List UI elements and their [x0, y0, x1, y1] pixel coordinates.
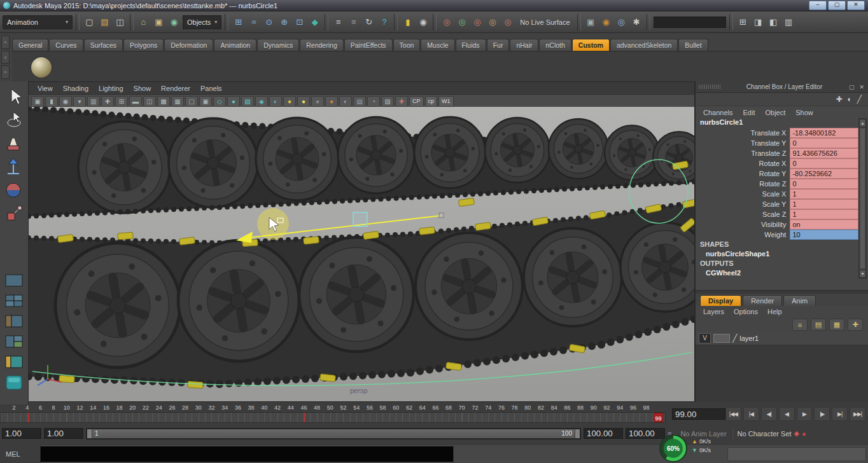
step-back-key-button[interactable]: |◀ [743, 407, 759, 421]
shelf-tab-toon[interactable]: Toon [393, 39, 421, 51]
channel-label[interactable]: Translate Z [696, 149, 790, 157]
go-to-start-button[interactable]: |◀◀ [725, 407, 741, 421]
command-line-mode-button[interactable]: MEL [0, 445, 41, 463]
channel-value-field[interactable]: 10 [790, 230, 858, 240]
channel-box-menu-show[interactable]: Show [795, 109, 813, 116]
character-set-selector[interactable]: No Character Set [738, 430, 792, 438]
move-tool[interactable] [3, 156, 25, 177]
construction-history-toggle-icon[interactable]: ↻ [362, 15, 375, 29]
playback-end-field[interactable] [626, 428, 665, 439]
gate-mask-icon[interactable]: ▩ [157, 96, 170, 107]
coordinate-input[interactable] [654, 17, 726, 28]
shelf-tab-fur[interactable]: Fur [487, 39, 510, 51]
lasso-select-tool[interactable] [3, 109, 25, 130]
channel-label[interactable]: Scale Z [696, 211, 790, 218]
channel-box-menu-edit[interactable]: Edit [743, 109, 755, 116]
panel-float-icon[interactable]: ▢ [848, 84, 855, 90]
channel-label[interactable]: Rotate Z [696, 180, 790, 188]
viewport-menu-show[interactable]: Show [129, 85, 157, 92]
channel-value-field[interactable]: 0 [790, 179, 858, 189]
layer-editor-tab-anim[interactable]: Anim [783, 295, 816, 306]
shelf-tab-advancedskeleton[interactable]: advancedSkeleton [610, 39, 678, 51]
create-layer-from-selected-icon[interactable]: ▦ [829, 319, 844, 331]
camera-attributes-icon[interactable]: ◉ [59, 96, 72, 107]
keying-mask-rotate-icon[interactable]: ◎ [455, 15, 468, 29]
shape-node-name[interactable]: nurbsCircleShape1 [696, 249, 858, 259]
channel-value-field[interactable]: 1 [790, 209, 858, 219]
range-start-grip[interactable] [87, 429, 92, 438]
scroll-up-icon[interactable]: ▲ [859, 119, 866, 127]
layer-editor-tab-render[interactable]: Render [743, 295, 782, 306]
shelf-tab-fluids[interactable]: Fluids [456, 39, 486, 51]
keying-mask-custom-icon[interactable]: ◎ [486, 15, 499, 29]
titlebar[interactable]: Autodesk Maya 2015: D:\maya\projects\def… [0, 0, 868, 11]
textured-mode-icon[interactable]: ▧ [241, 96, 254, 107]
current-time-field[interactable] [672, 408, 725, 420]
channel-box-scrollbar[interactable]: ▲ ▼ [858, 118, 867, 279]
channel-box-menu-channels[interactable]: Channels [703, 109, 732, 116]
viewport-menu-view[interactable]: View [32, 85, 58, 92]
layer-row[interactable]: V╱layer1 [696, 332, 868, 345]
safe-action-icon[interactable]: ▢ [185, 96, 198, 107]
render-settings-icon[interactable]: ✱ [630, 15, 643, 29]
toggle-channel-box-icon[interactable]: ▥ [782, 15, 795, 29]
panel-grip-icon[interactable] [699, 85, 720, 89]
collapse-toolbar-icon[interactable]: « [1, 36, 10, 49]
select-tool[interactable] [3, 85, 25, 107]
snap-to-curve-icon[interactable]: ≈ [247, 15, 260, 29]
layout-outliner-persp[interactable] [3, 354, 25, 370]
anti-aliasing-icon[interactable]: ▤ [353, 96, 366, 107]
xray-joints-icon[interactable]: ✚ [395, 96, 408, 107]
layer-sort-icon[interactable]: ≡ [792, 319, 808, 331]
channel-box-menu-object[interactable]: Object [765, 109, 785, 116]
scale-tool[interactable] [3, 203, 25, 225]
safe-title-icon[interactable]: ▣ [199, 96, 212, 107]
animation-end-field[interactable] [584, 428, 623, 439]
shelf-tab-muscle[interactable]: Muscle [421, 39, 454, 51]
wireframe-color-toggle[interactable]: W1 [438, 96, 454, 107]
output-node-name[interactable]: CGWheel2 [696, 268, 858, 278]
channel-label[interactable]: Scale Y [696, 200, 790, 208]
play-forwards-button[interactable]: ▶ [797, 407, 813, 421]
shelf-tab-curves[interactable]: Curves [49, 39, 83, 51]
select-by-component-type-icon[interactable]: ◉ [167, 15, 181, 29]
step-forward-frame-button[interactable]: |▶ [814, 407, 830, 421]
collapse-shelf-icon[interactable]: « [1, 51, 10, 64]
bookmarks-icon[interactable]: ▾ [73, 96, 86, 107]
range-handle[interactable]: 1 100 [87, 429, 580, 438]
open-scene-icon[interactable]: ▤ [98, 15, 111, 29]
layer-color-swatch[interactable] [713, 334, 730, 343]
shelf-tab-rendering[interactable]: Rendering [300, 39, 343, 51]
viewport-3d[interactable]: persp [29, 107, 694, 401]
ipr-render-icon[interactable]: ◎ [615, 15, 628, 29]
keying-mask-translate-icon[interactable]: ◎ [440, 15, 453, 29]
maya-shelf-badge-icon[interactable] [30, 56, 53, 79]
scroll-thumb[interactable] [860, 128, 865, 269]
layer-options-icon[interactable]: ✚ [848, 319, 863, 331]
2d-pan-zoom-icon[interactable]: ✚ [101, 96, 114, 107]
step-back-frame-button[interactable]: ◀| [761, 407, 777, 421]
shelf-tab-nhair[interactable]: nHair [510, 39, 538, 51]
rotate-tool[interactable] [3, 179, 25, 201]
panel-header[interactable]: Channel Box / Layer Editor ▢ ✕ [696, 81, 868, 93]
snap-to-grid-icon[interactable]: ⊞ [232, 15, 245, 29]
command-input[interactable] [41, 446, 453, 462]
select-by-object-type-icon[interactable]: ▣ [152, 15, 165, 29]
manipulator-link-icon[interactable]: ◐ [848, 95, 852, 104]
panel-close-icon[interactable]: ✕ [858, 84, 865, 90]
close-button[interactable]: ✕ [847, 1, 865, 10]
shelf-tab-polygons[interactable]: Polygons [123, 39, 164, 51]
xray-mode-icon[interactable]: ▨ [381, 96, 394, 107]
go-to-end-button[interactable]: ▶▶| [850, 407, 865, 421]
timeline-track[interactable]: 99 [0, 412, 666, 423]
range-track[interactable]: 1 100 [86, 428, 581, 439]
select-by-hierarchy-icon[interactable]: ⌂ [137, 15, 150, 29]
output-connections-icon[interactable]: ≡ [347, 15, 360, 29]
step-forward-key-button[interactable]: ▶| [832, 407, 848, 421]
channel-label[interactable]: Rotate Y [696, 170, 790, 177]
channel-label[interactable]: Translate Y [696, 139, 790, 147]
channel-label[interactable]: Weight [696, 231, 790, 238]
layer-editor-tab-display[interactable]: Display [700, 295, 741, 306]
save-scene-icon[interactable]: ◫ [113, 15, 127, 29]
shelf-tab-surfaces[interactable]: Surfaces [84, 39, 123, 51]
